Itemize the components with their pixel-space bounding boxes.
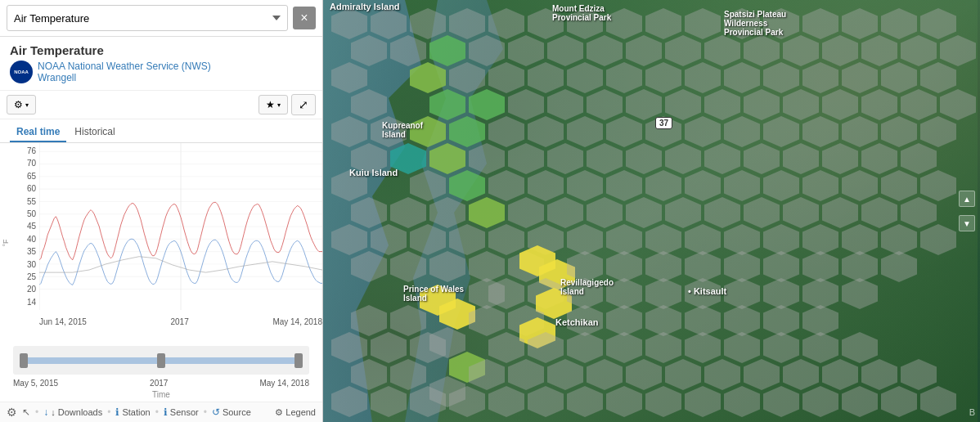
gear-dropdown-icon: ▾ [25,101,29,109]
y-tick: 30 [27,260,36,269]
slider-track [20,357,303,364]
source-label-bottom: Source [223,407,251,417]
source-icon: ↺ [212,406,220,418]
close-button[interactable]: × [293,7,316,29]
sensor-icon: ℹ [164,406,168,418]
slider-handle-right[interactable] [294,353,303,368]
nav-down-button[interactable]: ▼ [959,215,975,231]
bottom-toolbar: ⚙ ↖ • ↓ ↓ Downloads • ℹ Station • ℹ Sens… [0,402,322,422]
noaa-logo: NOAA [10,61,33,83]
source-link-bottom[interactable]: ↺ Source [212,406,251,418]
download-icon: ↓ [43,406,48,418]
y-tick: 25 [27,272,36,281]
cursor-icon: ↖ [22,406,30,418]
tab-realtime[interactable]: Real time [10,123,66,142]
x-axis: Jun 14, 2015 2017 May 14, 2018 [39,317,322,326]
info-section: Air Temperature NOAA NOAA National Weath… [0,37,322,91]
y-axis-label: °F [2,239,10,246]
left-panel: Air Temperature × Air Temperature NOAA N… [0,0,323,422]
y-axis: 76 70 65 60 55 50 45 40 35 30 25 20 14 [0,143,39,310]
y-tick: 35 [27,247,36,256]
nav-arrows: ▲ ▼ [959,186,975,236]
expand-icon: ⤢ [299,98,308,111]
nav-up-button[interactable]: ▲ [959,191,975,207]
expand-button[interactable]: ⤢ [291,94,316,115]
y-tick: 40 [27,235,36,244]
legend-button[interactable]: ⚙ Legend [275,407,316,418]
chart-area: 76 70 65 60 55 50 45 40 35 30 25 20 14 °… [0,143,322,402]
favorite-button[interactable]: ★ ▾ [258,95,288,114]
route-37-badge: 37 [655,117,672,129]
y-tick: 70 [27,159,36,168]
legend-gear-icon: ⚙ [275,407,283,418]
y-tick: 14 [27,298,36,307]
star-icon: ★ [266,99,275,110]
downloads-link[interactable]: ↓ ↓ Downloads [43,406,102,418]
map-area[interactable]: Admiralty Island Mount EdzizaProvincial … [323,0,980,422]
x-mid: 2017 [170,317,188,326]
gear-icon: ⚙ [14,99,23,110]
range-start: May 5, 2015 [13,379,58,388]
chart-svg [39,143,322,310]
downloads-label: ↓ Downloads [51,407,102,417]
x-end: May 14, 2018 [272,317,322,326]
station-icon: ℹ [115,406,119,418]
star-dropdown-icon: ▾ [277,101,281,109]
source-info: NOAA NOAA National Weather Service (NWS)… [10,61,312,83]
settings-button[interactable]: ⚙ ▾ [7,95,36,114]
range-dates: May 5, 2015 2017 May 14, 2018 [7,376,316,389]
station-link[interactable]: Wrangell [38,72,211,83]
range-area: May 5, 2015 2017 May 14, 2018 Time [0,343,322,402]
slider-handle-mid[interactable] [157,353,165,368]
sensor-label: Sensor [170,407,199,417]
y-tick: 76 [27,146,36,155]
station-link-bottom[interactable]: ℹ Station [115,406,150,418]
layer-dropdown[interactable]: Air Temperature [7,5,288,31]
range-mid: 2017 [150,379,168,388]
y-tick: 20 [27,285,36,294]
sensor-link[interactable]: ℹ Sensor [164,406,199,418]
station-label: Station [122,407,150,417]
y-tick: 45 [27,222,36,231]
x-start: Jun 14, 2015 [39,317,87,326]
tab-historical[interactable]: Historical [68,123,121,142]
legend-label: Legend [285,407,316,417]
toolbar-row: ⚙ ▾ ★ ▾ ⤢ [0,91,322,119]
range-slider[interactable] [13,346,309,375]
tabs-row: Real time Historical [0,119,322,143]
map-copyright: B [969,407,975,417]
top-bar: Air Temperature × [0,0,322,37]
source-link[interactable]: NOAA National Weather Service (NWS) [38,61,211,72]
bottom-gear-icon[interactable]: ⚙ [7,406,17,419]
source-links: NOAA National Weather Service (NWS) Wran… [38,61,211,83]
y-tick: 55 [27,197,36,206]
chart-wrapper: 76 70 65 60 55 50 45 40 35 30 25 20 14 °… [0,143,322,343]
y-tick: 50 [27,209,36,218]
time-label: Time [7,389,316,400]
y-tick: 65 [27,172,36,181]
layer-title: Air Temperature [10,43,312,57]
y-tick: 60 [27,184,36,193]
map-background [323,0,980,422]
range-end: May 14, 2018 [259,379,309,388]
slider-handle-left[interactable] [20,353,28,368]
